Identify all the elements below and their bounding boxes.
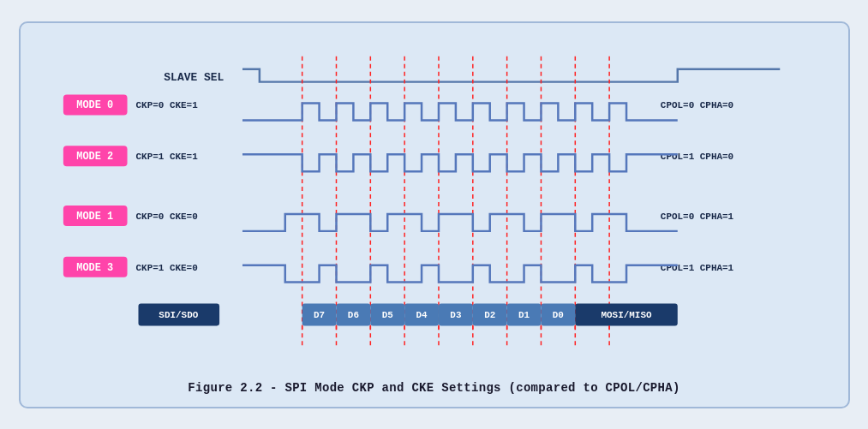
- slave-sel-label: SLAVE SEL: [164, 70, 224, 83]
- diagram-area: SLAVE SEL MODE 0 CKP=0 CKE=1 CPOL=0 CPHA…: [38, 39, 831, 372]
- svg-text:MODE 1: MODE 1: [76, 210, 113, 222]
- svg-text:D4: D4: [416, 310, 428, 320]
- svg-text:MODE 3: MODE 3: [76, 261, 113, 273]
- svg-text:CPOL=0  CPHA=1: CPOL=0 CPHA=1: [660, 211, 733, 221]
- svg-text:MODE 0: MODE 0: [76, 99, 113, 111]
- svg-text:CKP=0  CKE=1: CKP=0 CKE=1: [135, 100, 198, 110]
- svg-text:D5: D5: [381, 310, 392, 320]
- svg-text:D2: D2: [484, 310, 495, 320]
- svg-text:D3: D3: [450, 310, 462, 320]
- svg-text:MODE 2: MODE 2: [76, 151, 113, 163]
- svg-text:CPOL=0  CPHA=0: CPOL=0 CPHA=0: [660, 100, 733, 110]
- svg-text:CKP=0  CKE=0: CKP=0 CKE=0: [135, 211, 197, 221]
- svg-text:SDI/SDO: SDI/SDO: [159, 310, 198, 320]
- svg-text:CKP=1  CKE=1: CKP=1 CKE=1: [135, 152, 198, 162]
- svg-text:D7: D7: [314, 310, 325, 320]
- main-container: SLAVE SEL MODE 0 CKP=0 CKE=1 CPOL=0 CPHA…: [19, 21, 850, 408]
- svg-text:D1: D1: [518, 310, 530, 320]
- svg-text:CKP=1  CKE=0: CKP=1 CKE=0: [135, 262, 197, 272]
- svg-text:D6: D6: [347, 310, 358, 320]
- svg-text:MOSI/MISO: MOSI/MISO: [601, 310, 652, 320]
- svg-text:D0: D0: [552, 310, 563, 320]
- figure-caption: Figure 2.2 - SPI Mode CKP and CKE Settin…: [38, 381, 831, 395]
